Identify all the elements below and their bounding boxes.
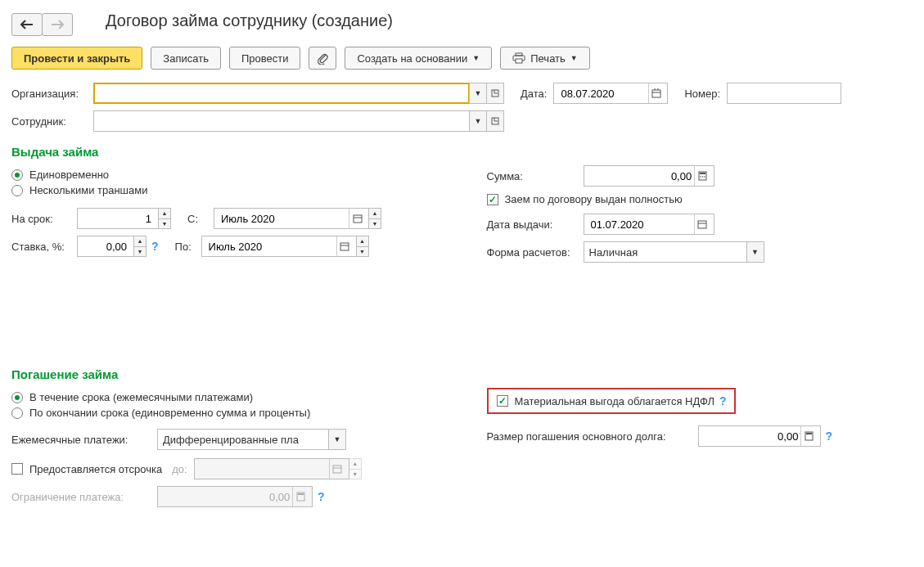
form-label: Форма расчетов: bbox=[487, 246, 577, 259]
org-label: Организация: bbox=[11, 88, 87, 100]
post-button[interactable]: Провести bbox=[229, 47, 301, 70]
monthly-dropdown[interactable]: ▼ bbox=[328, 429, 346, 450]
term-spinner[interactable]: ▲▼ bbox=[158, 208, 171, 229]
to-spinner[interactable]: ▲▼ bbox=[356, 236, 369, 257]
svg-rect-18 bbox=[806, 433, 812, 434]
spin-down[interactable]: ▼ bbox=[159, 219, 170, 229]
date-field[interactable] bbox=[553, 83, 668, 104]
attach-button[interactable] bbox=[309, 47, 336, 70]
issue-section-title: Выдача займа bbox=[11, 145, 913, 159]
ndfl-highlight: ✓ Материальная выгода облагается НДФЛ ? bbox=[487, 388, 737, 414]
spin-up[interactable]: ▲ bbox=[369, 209, 381, 219]
limit-label: Ограничение платежа: bbox=[11, 491, 151, 503]
calendar-icon bbox=[651, 88, 661, 98]
spin-down[interactable]: ▼ bbox=[357, 247, 368, 257]
spin-up[interactable]: ▲ bbox=[357, 236, 368, 247]
date-input[interactable] bbox=[557, 86, 649, 101]
radio-tranches-dot bbox=[11, 185, 23, 196]
rate-spinner[interactable]: ▲▼ bbox=[133, 236, 146, 257]
limit-field bbox=[157, 486, 313, 507]
radio-once-dot bbox=[11, 169, 23, 181]
org-dropdown[interactable]: ▼ bbox=[469, 83, 487, 104]
rate-input[interactable] bbox=[81, 239, 130, 254]
rate-help-icon[interactable]: ? bbox=[151, 240, 159, 253]
calendar-icon bbox=[353, 214, 363, 223]
from-picker[interactable] bbox=[349, 209, 365, 228]
term-field[interactable] bbox=[77, 208, 159, 229]
ndfl-label: Материальная выгода облагается НДФЛ bbox=[515, 395, 714, 407]
print-button[interactable]: Печать ▼ bbox=[500, 47, 590, 70]
issue-date-picker[interactable] bbox=[694, 214, 710, 234]
number-field[interactable] bbox=[727, 83, 841, 104]
grace-checkbox[interactable]: Предоставляется отсрочка bbox=[11, 463, 162, 475]
from-spinner[interactable]: ▲▼ bbox=[368, 208, 381, 229]
from-label: С: bbox=[187, 213, 207, 225]
spin-up[interactable]: ▲ bbox=[134, 236, 146, 247]
calculator-icon bbox=[698, 171, 707, 181]
calendar-icon bbox=[332, 464, 342, 474]
from-input[interactable] bbox=[218, 211, 349, 227]
ndfl-checkbox[interactable]: ✓ Материальная выгода облагается НДФЛ bbox=[497, 395, 714, 407]
monthly-value: Дифференцированные пла bbox=[163, 434, 299, 446]
radio-during[interactable]: В течение срока (ежемесячными платежами) bbox=[11, 391, 438, 403]
nav-back[interactable] bbox=[11, 13, 43, 36]
spin-down[interactable]: ▼ bbox=[369, 219, 381, 229]
sum-input[interactable] bbox=[588, 169, 696, 184]
monthly-select[interactable]: Дифференцированные пла bbox=[157, 429, 329, 450]
principal-input[interactable] bbox=[702, 429, 802, 444]
grace-field bbox=[194, 458, 349, 479]
payment-form-dropdown[interactable]: ▼ bbox=[746, 241, 764, 263]
fully-issued-checkbox[interactable]: ✓ Заем по договору выдан полностью bbox=[487, 193, 913, 205]
spin-down[interactable]: ▼ bbox=[134, 247, 146, 257]
issue-date-input[interactable] bbox=[588, 217, 696, 232]
to-field[interactable] bbox=[201, 236, 357, 257]
post-and-close-button[interactable]: Провести и закрыть bbox=[11, 47, 142, 70]
term-input[interactable] bbox=[81, 211, 155, 227]
rate-field[interactable] bbox=[77, 236, 134, 257]
to-input[interactable] bbox=[205, 239, 337, 254]
radio-end-label: По окончании срока (единовременно сумма … bbox=[29, 407, 310, 419]
ndfl-help-icon[interactable]: ? bbox=[719, 394, 727, 407]
radio-once[interactable]: Единовременно bbox=[11, 169, 438, 181]
employee-input[interactable] bbox=[97, 114, 466, 129]
org-field[interactable] bbox=[93, 83, 470, 104]
principal-field[interactable] bbox=[698, 425, 821, 447]
calculator-icon bbox=[805, 431, 814, 441]
svg-rect-4 bbox=[652, 90, 660, 97]
radio-once-label: Единовременно bbox=[29, 169, 109, 181]
radio-tranches[interactable]: Несколькими траншами bbox=[11, 184, 438, 196]
nav-forward[interactable] bbox=[42, 13, 73, 36]
svg-rect-7 bbox=[340, 243, 349, 250]
payment-form-select[interactable]: Наличная bbox=[584, 241, 747, 263]
principal-help-icon[interactable]: ? bbox=[826, 430, 833, 443]
org-input[interactable] bbox=[97, 86, 466, 101]
principal-label: Размер погашения основного долга: bbox=[487, 430, 692, 443]
svg-rect-2 bbox=[516, 59, 522, 63]
from-field[interactable] bbox=[214, 208, 369, 229]
employee-label: Сотрудник: bbox=[11, 115, 87, 128]
radio-end-dot bbox=[11, 407, 23, 419]
svg-rect-14 bbox=[333, 466, 341, 473]
employee-dropdown[interactable]: ▼ bbox=[469, 110, 487, 132]
grace-input bbox=[198, 461, 330, 477]
grace-label: Предоставляется отсрочка bbox=[29, 463, 162, 475]
employee-field[interactable] bbox=[93, 110, 470, 132]
to-picker[interactable] bbox=[336, 236, 353, 256]
sum-label: Сумма: bbox=[487, 170, 577, 182]
radio-end[interactable]: По окончании срока (единовременно сумма … bbox=[11, 407, 438, 419]
svg-point-10 bbox=[700, 176, 701, 178]
org-open[interactable] bbox=[486, 83, 504, 104]
write-button[interactable]: Записать bbox=[151, 47, 221, 70]
grace-picker bbox=[329, 459, 345, 479]
sum-field[interactable] bbox=[584, 165, 714, 187]
issue-date-field[interactable] bbox=[584, 214, 714, 235]
limit-help-icon[interactable]: ? bbox=[318, 490, 325, 503]
employee-open[interactable] bbox=[486, 110, 504, 132]
spin-up[interactable]: ▲ bbox=[159, 209, 170, 219]
number-input[interactable] bbox=[731, 86, 837, 101]
sum-calc[interactable] bbox=[694, 166, 710, 186]
create-based-on-button[interactable]: Создать на основании ▼ bbox=[345, 47, 492, 70]
date-picker[interactable] bbox=[648, 83, 664, 103]
principal-calc[interactable] bbox=[800, 426, 816, 446]
payment-form-value: Наличная bbox=[589, 246, 638, 259]
